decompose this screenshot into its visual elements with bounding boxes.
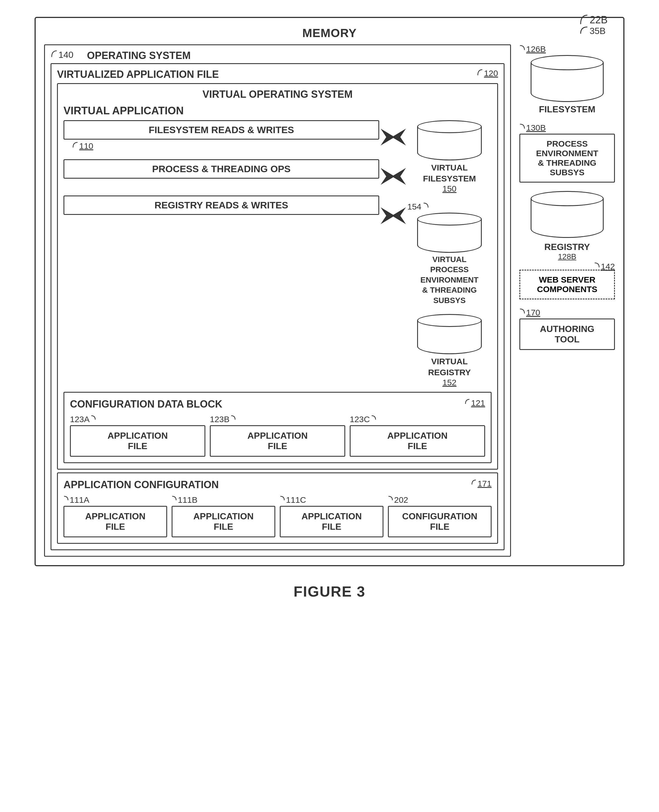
file-111b-col: 111B APPLICATION FILE [172,495,275,537]
file-123b: APPLICATION FILE [210,425,345,457]
process-threading-label: PROCESS & THREADING OPS [63,159,379,179]
app-config-label: APPLICATION CONFIGURATION [63,479,219,491]
ref-130b-row: 130B [519,123,546,132]
cyl-top-fs-r [531,55,604,70]
bracket-22b-icon [580,14,588,25]
config-files-row: 123A APPLICATION FILE [70,415,485,457]
ref-123b: 123B [210,415,230,424]
arrow-process-icon [381,165,406,188]
bracket-config-icon [464,398,470,404]
os-ref: 140 [58,50,73,60]
filesystem-rw-block: FILESYSTEM READS & WRITES 110 [63,120,379,151]
top-right-refs: 22B 35B [580,14,608,36]
memory-title: MEMORY [44,27,615,40]
os-ref-bracket: 140 [50,50,73,60]
bracket-130b-icon [519,123,525,129]
right-process: 130B PROCESS ENVIRONMENT & THREADING SUB… [519,123,615,183]
ref-123c: 123C [350,415,370,424]
bracket-171-icon [471,479,476,485]
memory-label: MEMORY [302,27,356,39]
memory-box: MEMORY 140 OPERATING SYSTEM [35,17,624,566]
file-111c-col: 111C APPLICATION FILE [280,495,383,537]
ref-170: 170 [526,308,540,317]
bracket-111a-icon [63,495,69,501]
authoring-tool-box: AUTHORING TOOL [519,318,615,350]
config-title-row: CONFIGURATION DATA BLOCK 121 [70,398,485,410]
reg-label-row: REGISTRY 128B [544,240,590,261]
vreg-ref: 152 [442,378,456,387]
svg-marker-3 [392,168,406,185]
bracket-170-icon [519,308,525,314]
bracket-202-icon [388,495,393,501]
file-111b: APPLICATION FILE [172,506,275,537]
file-123c: APPLICATION FILE [350,425,485,457]
ref-111c-row: 111C [280,495,306,505]
ref-123a: 123A [70,415,90,424]
arrow-filesystem-icon [381,126,406,148]
vaf-ref: 120 [484,69,498,78]
right-col: 126B FILESYSTEM 130B [519,44,615,350]
ref-35b: 35B [590,26,605,36]
right-filesystem: 126B FILESYSTEM [519,44,615,115]
ref-35b-row: 35B [580,26,605,36]
vaf-box: VIRTUALIZED APPLICATION FILE 120 VIRTUAL… [50,63,504,550]
file-123c-col: 123C APPLICATION FILE [350,415,485,457]
arrows-col [379,120,407,227]
left-section: 140 OPERATING SYSTEM VIRTUALIZED APPLICA… [44,44,511,557]
web-server-box: WEB SERVER COMPONENTS [519,270,615,300]
cylinder-fs-right [531,55,604,102]
web-server-label: WEB SERVER COMPONENTS [525,275,610,294]
registry-rw-label: REGISTRY READS & WRITES [63,196,379,215]
app-config-box: APPLICATION CONFIGURATION 171 [57,472,498,544]
virt-components-col: VIRTUAL FILESYSTEM 150 154 [407,120,492,387]
file-202: CONFIGURATION FILE [388,506,492,537]
vos-box: VIRTUAL OPERATING SYSTEM VIRTUAL APPLICA… [57,83,498,470]
bracket-os-icon [50,50,57,58]
ref-111b: 111B [178,495,197,505]
ref-202-row: 202 [388,495,408,505]
ref-170-row: 170 [519,308,615,317]
svg-marker-1 [392,129,406,145]
right-registry: REGISTRY 128B [519,191,615,261]
app-config-ref: 171 [478,479,492,489]
ref-130b: 130B [526,123,546,132]
bracket-126b-icon [519,44,525,50]
ref-111c: 111C [286,495,306,505]
vaf-ref-bracket: 120 [477,69,498,78]
os-label: OPERATING SYSTEM [87,50,191,61]
config-ref-bracket: 121 [464,398,485,408]
app-config-title-row: APPLICATION CONFIGURATION 171 [63,479,492,491]
right-process-box: PROCESS ENVIRONMENT & THREADING SUBSYS [519,134,615,183]
bracket-123b-icon [231,415,236,420]
svg-marker-5 [392,207,406,224]
bracket-35b-icon [580,26,588,34]
virtual-filesystem-item: VIRTUAL FILESYSTEM 150 [407,120,492,194]
ref-110-row: 110 [72,141,379,151]
vreg-label: VIRTUAL REGISTRY [428,356,471,378]
bracket-154-icon [423,202,429,208]
right-fs-label: FILESYSTEM [539,104,596,115]
ref-111b-row: 111B [172,495,197,505]
vos-label: VIRTUAL OPERATING SYSTEM [203,88,353,100]
file-111c: APPLICATION FILE [280,506,383,537]
ref-22b-row: 22B [580,14,608,26]
virt-main: FILESYSTEM READS & WRITES 110 [63,120,492,387]
file-111a-col: 111A APPLICATION FILE [63,495,167,537]
file-123a: APPLICATION FILE [70,425,205,457]
va-label-row: VIRTUAL APPLICATION [63,105,492,117]
figure-caption: FIGURE 3 [293,583,366,600]
cyl-top-reg-r [531,191,604,206]
app-config-files-row: 111A APPLICATION FILE [63,495,492,537]
ops-col: FILESYSTEM READS & WRITES 110 [63,120,379,215]
process-threading-block: PROCESS & THREADING OPS [63,159,379,179]
vfs-label: VIRTUAL FILESYSTEM [423,162,476,184]
cylinder-registry [417,314,482,354]
ref-111a-row: 111A [63,495,89,505]
virtual-registry-item: VIRTUAL REGISTRY 152 [407,314,492,387]
ref-154: 154 [407,202,421,211]
cyl-top-proc [417,213,482,225]
bracket-142-icon [594,262,600,268]
cylinder-process [417,213,482,253]
diagram-wrapper: 22B 35B MEMORY [35,17,624,600]
vproc-label: VIRTUAL PROCESS ENVIRONMENT & THREADING … [421,254,479,306]
